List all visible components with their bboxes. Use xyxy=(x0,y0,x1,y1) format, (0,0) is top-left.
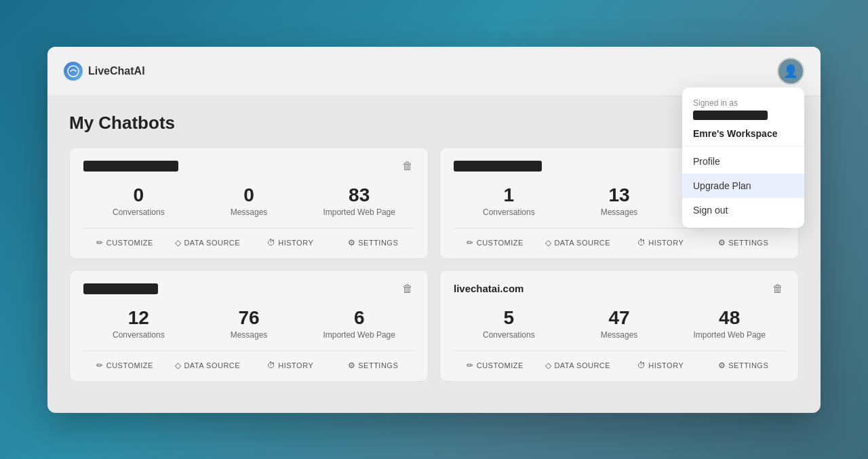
history-label-2: HISTORY xyxy=(648,239,684,247)
datasource-label-2: DATA SOURCE xyxy=(554,239,610,247)
bot-card-4: livechatai.com 🗑 5 Conversations 47 Mess… xyxy=(439,270,799,382)
stat-number-imported-4: 48 xyxy=(674,307,785,329)
user-dropdown-menu: Signed in as Emre's Workspace Profile Up… xyxy=(682,87,804,228)
datasource-label-4: DATA SOURCE xyxy=(554,361,610,370)
stat-label-messages-1: Messages xyxy=(194,207,304,217)
stats-row-1: 0 Conversations 0 Messages 83 Imported W… xyxy=(83,184,414,217)
stat-label-imported-4: Imported Web Page xyxy=(674,330,785,340)
settings-btn-1[interactable]: ⚙ SETTINGS xyxy=(332,235,414,250)
stat-label-imported-1: Imported Web Page xyxy=(304,207,414,217)
bot-card-1: 🗑 0 Conversations 0 Messages 83 Imported… xyxy=(69,147,429,259)
delete-button-3[interactable]: 🗑 xyxy=(401,281,414,296)
stat-label-messages-3: Messages xyxy=(194,330,304,340)
datasource-icon-2: ◇ xyxy=(545,238,552,247)
upgrade-plan-menu-item[interactable]: Upgrade Plan xyxy=(682,174,804,198)
card-header-4: livechatai.com 🗑 xyxy=(454,281,785,296)
customize-icon-3: ✏ xyxy=(96,361,104,370)
bot-name-4: livechatai.com xyxy=(454,283,524,294)
history-icon-4: ⏱ xyxy=(637,361,646,370)
dropdown-divider xyxy=(682,146,804,146)
stat-number-messages-4: 47 xyxy=(564,307,675,329)
datasource-label-3: DATA SOURCE xyxy=(184,361,240,370)
datasource-icon-3: ◇ xyxy=(175,361,182,370)
avatar-button[interactable]: 👤 xyxy=(777,58,804,85)
datasource-btn-2[interactable]: ◇ DATA SOURCE xyxy=(536,235,619,250)
signed-in-label: Signed in as xyxy=(693,98,793,108)
datasource-btn-1[interactable]: ◇ DATA SOURCE xyxy=(166,235,249,250)
datasource-label-1: DATA SOURCE xyxy=(184,239,240,247)
stat-imported-4: 48 Imported Web Page xyxy=(674,307,785,340)
history-icon-1: ⏱ xyxy=(267,238,276,247)
bot-name-redacted-2 xyxy=(454,161,542,172)
history-btn-1[interactable]: ⏱ HISTORY xyxy=(249,235,332,250)
stat-imported-1: 83 Imported Web Page xyxy=(304,184,414,217)
customize-label-3: CUSTOMIZE xyxy=(106,361,153,370)
datasource-icon-4: ◇ xyxy=(545,361,552,370)
delete-button-4[interactable]: 🗑 xyxy=(771,281,785,296)
stat-messages-1: 0 Messages xyxy=(194,184,304,217)
settings-btn-4[interactable]: ⚙ SETTINGS xyxy=(702,358,785,373)
history-icon-2: ⏱ xyxy=(637,238,646,247)
customize-btn-1[interactable]: ✏ CUSTOMIZE xyxy=(83,235,166,250)
user-email-redacted xyxy=(693,111,768,120)
settings-btn-3[interactable]: ⚙ SETTINGS xyxy=(332,358,414,373)
card-actions-3: ✏ CUSTOMIZE ◇ DATA SOURCE ⏱ HISTORY ⚙ SE… xyxy=(83,351,414,373)
settings-icon-1: ⚙ xyxy=(348,238,356,247)
customize-icon-4: ✏ xyxy=(467,361,474,370)
stat-number-conversations-4: 5 xyxy=(454,307,564,329)
datasource-btn-3[interactable]: ◇ DATA SOURCE xyxy=(166,358,249,373)
history-label-1: HISTORY xyxy=(278,239,313,247)
settings-btn-2[interactable]: ⚙ SETTINGS xyxy=(702,235,785,250)
stat-number-conversations-3: 12 xyxy=(83,307,194,329)
history-btn-4[interactable]: ⏱ HISTORY xyxy=(619,358,702,373)
card-actions-4: ✏ CUSTOMIZE ◇ DATA SOURCE ⏱ HISTORY ⚙ SE… xyxy=(454,351,785,373)
settings-label-3: SETTINGS xyxy=(358,361,398,370)
stat-label-imported-3: Imported Web Page xyxy=(304,330,414,340)
stat-messages-3: 76 Messages xyxy=(194,307,304,340)
settings-icon-2: ⚙ xyxy=(718,238,726,247)
settings-label-4: SETTINGS xyxy=(728,361,768,370)
customize-label-1: CUSTOMIZE xyxy=(106,239,153,247)
history-icon-3: ⏱ xyxy=(267,361,276,370)
customize-label-4: CUSTOMIZE xyxy=(477,361,524,370)
history-btn-2[interactable]: ⏱ HISTORY xyxy=(619,235,702,250)
datasource-btn-4[interactable]: ◇ DATA SOURCE xyxy=(536,358,619,373)
datasource-icon-1: ◇ xyxy=(175,238,182,247)
app-window: LiveChatAI 👤 Signed in as Emre's Workspa… xyxy=(47,47,821,413)
customize-btn-3[interactable]: ✏ CUSTOMIZE xyxy=(83,358,166,373)
card-actions-2: ✏ CUSTOMIZE ◇ DATA SOURCE ⏱ HISTORY ⚙ SE… xyxy=(454,228,785,250)
settings-label-1: SETTINGS xyxy=(358,239,398,247)
dropdown-signed-in-section: Signed in as xyxy=(682,93,804,124)
bot-card-3: 🗑 12 Conversations 76 Messages 6 Importe… xyxy=(69,270,429,382)
stats-row-4: 5 Conversations 47 Messages 48 Imported … xyxy=(454,307,785,340)
delete-button-1[interactable]: 🗑 xyxy=(401,159,414,174)
svg-point-0 xyxy=(68,66,79,77)
stat-number-messages-3: 76 xyxy=(194,307,304,329)
stat-number-imported-1: 83 xyxy=(304,184,414,206)
customize-icon-1: ✏ xyxy=(96,238,104,247)
card-actions-1: ✏ CUSTOMIZE ◇ DATA SOURCE ⏱ HISTORY ⚙ SE… xyxy=(83,228,414,250)
stat-messages-4: 47 Messages xyxy=(564,307,675,340)
stat-label-conversations-1: Conversations xyxy=(83,207,194,217)
stat-conversations-4: 5 Conversations xyxy=(454,307,564,340)
sign-out-menu-item[interactable]: Sign out xyxy=(682,198,804,222)
settings-label-2: SETTINGS xyxy=(728,239,768,247)
settings-icon-3: ⚙ xyxy=(348,361,356,370)
history-label-3: HISTORY xyxy=(278,361,313,370)
stat-number-imported-3: 6 xyxy=(304,307,414,329)
card-header-1: 🗑 xyxy=(83,159,414,174)
workspace-name: Emre's Workspace xyxy=(682,124,804,143)
card-header-3: 🗑 xyxy=(83,281,414,296)
customize-label-2: CUSTOMIZE xyxy=(477,239,524,247)
customize-btn-4[interactable]: ✏ CUSTOMIZE xyxy=(454,358,536,373)
customize-btn-2[interactable]: ✏ CUSTOMIZE xyxy=(454,235,536,250)
stat-conversations-3: 12 Conversations xyxy=(83,307,194,340)
history-btn-3[interactable]: ⏱ HISTORY xyxy=(249,358,332,373)
logo-area: LiveChatAI xyxy=(64,62,145,81)
bot-name-redacted-3 xyxy=(83,283,158,294)
bot-name-redacted-1 xyxy=(83,161,178,172)
stat-number-messages-2: 13 xyxy=(564,184,675,206)
profile-menu-item[interactable]: Profile xyxy=(682,149,804,174)
stat-number-conversations-1: 0 xyxy=(83,184,194,206)
stat-number-conversations-2: 1 xyxy=(454,184,564,206)
